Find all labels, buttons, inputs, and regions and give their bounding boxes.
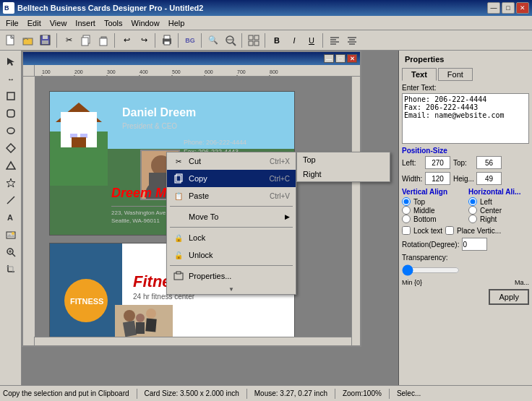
roundrect-tool[interactable] <box>3 105 19 121</box>
diamond-tool[interactable] <box>3 140 19 156</box>
valign-top-radio[interactable] <box>402 197 411 206</box>
submenu-moveto: Top Right <box>296 152 390 182</box>
italic-button[interactable]: I <box>286 33 302 48</box>
ctx-moveto[interactable]: Move To ▶ <box>167 208 296 225</box>
zoom-in-button[interactable]: 🔍 <box>205 33 221 48</box>
copy-button[interactable] <box>78 33 94 48</box>
ellipse-tool[interactable] <box>3 123 19 139</box>
ctx-cut-shortcut: Ctrl+X <box>270 158 290 165</box>
menu-edit[interactable]: Edit <box>23 17 46 29</box>
height-input[interactable] <box>476 172 502 185</box>
tab-font[interactable]: Font <box>438 68 473 81</box>
paste-button[interactable] <box>95 33 111 48</box>
menu-view[interactable]: View <box>46 17 72 29</box>
align-center-button[interactable] <box>344 33 360 48</box>
menu-help[interactable]: Help <box>164 17 189 29</box>
rect-tool[interactable] <box>3 88 19 104</box>
apply-button[interactable]: Apply <box>489 289 529 305</box>
rotation-input[interactable] <box>462 238 487 251</box>
svg-rect-51 <box>35 65 360 77</box>
canvas-min-btn[interactable]: — <box>324 54 334 63</box>
halign-left-row: Left <box>468 197 529 206</box>
toolbar-sep-8 <box>322 33 324 48</box>
halign-left-radio[interactable] <box>468 197 477 206</box>
cut-button[interactable]: ✂ <box>61 33 77 48</box>
ctx-lock[interactable]: 🔒 Lock <box>167 229 296 246</box>
scissors-icon: ✂ <box>173 155 184 167</box>
halign-center-radio[interactable] <box>468 206 477 215</box>
toolbar-sep-4 <box>178 33 179 48</box>
close-button[interactable]: ✕ <box>516 2 529 14</box>
halign-center-row: Center <box>468 206 529 215</box>
halign-right-radio[interactable] <box>468 215 477 223</box>
minimize-button[interactable]: — <box>487 2 500 14</box>
scroll-tool[interactable]: ↔ <box>3 71 19 87</box>
triangle-tool[interactable] <box>3 158 19 173</box>
top-input[interactable] <box>476 156 502 169</box>
new-button[interactable] <box>3 33 19 48</box>
select-tool[interactable] <box>3 53 19 69</box>
ctx-unlock[interactable]: 🔓 Unlock <box>167 246 296 264</box>
vertical-align-label: Vertical Align <box>402 188 463 196</box>
text-tool[interactable]: A <box>3 210 19 225</box>
lock-text-checkbox[interactable] <box>402 226 411 235</box>
rotation-row: Rotation(Degree): <box>402 238 529 251</box>
horizontal-align-label: Horizontal Ali... <box>468 188 529 196</box>
crop-tool[interactable] <box>3 262 19 277</box>
canvas-max-btn[interactable]: □ <box>335 54 346 63</box>
open-button[interactable] <box>20 33 36 48</box>
zoom-tool[interactable] <box>3 244 19 260</box>
ctx-more: ▼ <box>167 285 296 294</box>
place-vert-checkbox[interactable] <box>445 226 454 235</box>
submenu-top[interactable]: Top <box>297 152 390 167</box>
ctx-copy[interactable]: Copy Ctrl+C <box>167 170 296 187</box>
titlebar-buttons: — □ ✕ <box>487 2 529 14</box>
menu-file[interactable]: File <box>1 17 23 29</box>
redo-button[interactable]: ↪ <box>136 33 152 48</box>
ctx-unlock-label: Unlock <box>189 251 290 259</box>
vertical-align: Vertical Align Top Middle Bottom <box>402 188 463 223</box>
svg-rect-20 <box>249 41 253 46</box>
transparency-slider-row <box>402 264 529 276</box>
star-tool[interactable] <box>3 175 19 191</box>
bold-button[interactable]: B <box>269 33 285 48</box>
bg-button[interactable]: BG <box>182 33 198 48</box>
grid-button[interactable] <box>246 33 262 48</box>
submenu-right[interactable]: Right <box>297 167 390 181</box>
horizontal-scrollbar[interactable] <box>35 337 351 345</box>
svg-line-38 <box>7 197 14 204</box>
lock-icon: 🔒 <box>173 232 184 243</box>
undo-button[interactable]: ↩ <box>119 33 134 48</box>
menu-window[interactable]: Window <box>127 17 164 29</box>
valign-middle-radio[interactable] <box>402 206 411 215</box>
ctx-properties[interactable]: Properties... <box>167 267 296 285</box>
halign-left-label: Left <box>480 198 492 206</box>
vertical-scrollbar[interactable] <box>351 77 360 345</box>
underline-button[interactable]: U <box>304 33 319 48</box>
line-tool[interactable] <box>3 192 19 208</box>
svg-point-87 <box>136 314 145 322</box>
transparency-slider[interactable] <box>402 264 460 276</box>
zoom-out-button[interactable] <box>223 33 239 48</box>
tab-text[interactable]: Text <box>402 68 437 81</box>
left-input[interactable] <box>425 156 450 169</box>
save-button[interactable] <box>38 33 53 48</box>
svg-marker-36 <box>7 162 15 169</box>
ctx-paste[interactable]: 📋 Paste Ctrl+V <box>167 187 296 204</box>
ctx-copy-label: Copy <box>189 174 265 183</box>
maximize-button[interactable]: □ <box>502 2 515 14</box>
menu-insert[interactable]: Insert <box>71 17 100 29</box>
paste-icon: 📋 <box>173 190 184 202</box>
width-input[interactable] <box>425 172 450 185</box>
print-button[interactable] <box>159 33 175 48</box>
text-input[interactable]: Phone: 206-222-4444 Fax: 206-222-4443 Em… <box>402 93 529 144</box>
valign-bottom-row: Bottom <box>402 215 463 223</box>
image-tool[interactable] <box>3 227 19 243</box>
toolbar-sep-6 <box>241 33 243 48</box>
canvas-close-btn[interactable]: ✕ <box>347 54 357 63</box>
valign-bottom-radio[interactable] <box>402 215 411 223</box>
ctx-cut[interactable]: ✂ Cut Ctrl+X <box>167 152 296 170</box>
align-left-button[interactable] <box>327 33 343 48</box>
svg-rect-13 <box>164 35 170 39</box>
menu-tools[interactable]: Tools <box>100 17 127 29</box>
